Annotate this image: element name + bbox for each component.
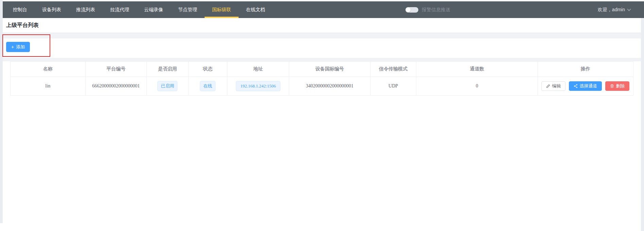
top-navbar: 控制台 设备列表 推流列表 拉流代理 云端录像 节点管理 国标级联 在线文档 报… [3,1,644,18]
nav-menu: 控制台 设备列表 推流列表 拉流代理 云端录像 节点管理 国标级联 在线文档 [3,1,273,18]
table-header-row: 名称 平台编号 是否启用 状态 地址 设备国标编号 信令传输模式 通道数 操作 [11,62,633,77]
col-header-platform-id: 平台编号 [85,62,147,77]
trash-icon [610,84,614,88]
select-channel-button[interactable]: 选择通道 [569,81,602,91]
nav-item-push-list[interactable]: 推流列表 [69,1,103,18]
cell-address: 192.168.1.242:1506 [227,77,289,96]
col-header-actions: 操作 [538,62,633,77]
toggle-knob [406,7,411,12]
add-button[interactable]: + 添加 [6,42,30,52]
address-tag[interactable]: 192.168.1.242:1506 [236,81,280,91]
nav-item-cloud-record[interactable]: 云端录像 [137,1,171,18]
cell-actions: 编辑 选择通道 [538,77,633,96]
welcome-user-label: 欢迎，admin [598,7,625,13]
user-menu[interactable]: 欢迎，admin [598,1,630,18]
platform-table: 名称 平台编号 是否启用 状态 地址 设备国标编号 信令传输模式 通道数 操作 … [10,61,633,96]
nav-item-gb-cascade[interactable]: 国标级联 [205,1,239,18]
alarm-push-group: 报警信息推送 [405,1,450,18]
cell-name: lin [11,77,86,96]
select-channel-button-label: 选择通道 [579,83,597,89]
page-title: 上级平台列表 [6,22,39,29]
edit-button-label: 编辑 [552,83,561,89]
nav-item-device-list[interactable]: 设备列表 [35,1,69,18]
title-bar: 上级平台列表 [3,18,641,33]
cell-status: 在线 [188,77,227,96]
pencil-icon [546,84,550,88]
add-button-label: 添加 [16,44,25,50]
row-actions: 编辑 选择通道 [538,81,633,91]
delete-button-label: 删除 [616,83,625,89]
col-header-enabled: 是否启用 [147,62,189,77]
cell-channel-count: 0 [416,77,538,96]
col-header-device-gb-id: 设备国标编号 [289,62,370,77]
nav-item-node-manage[interactable]: 节点管理 [171,1,205,18]
window-left-edge [0,0,3,223]
alarm-push-toggle[interactable] [405,7,418,13]
plus-icon: + [11,45,14,49]
cell-device-gb-id: 34020000002000000001 [289,77,370,96]
enabled-badge: 已启用 [157,81,177,91]
col-header-transport: 信令传输模式 [370,62,416,77]
delete-button[interactable]: 删除 [605,81,629,91]
col-header-channels: 通道数 [416,62,538,77]
toolbar: + 添加 [3,38,641,58]
share-icon [574,84,578,88]
table-row: lin 66620000002000000001 已启用 在线 192.168.… [11,77,633,96]
alarm-push-label: 报警信息推送 [422,7,450,13]
nav-item-pull-proxy[interactable]: 拉流代理 [103,1,137,18]
col-header-name: 名称 [11,62,86,77]
platform-table-card: 名称 平台编号 是否启用 状态 地址 设备国标编号 信令传输模式 通道数 操作 … [3,61,641,231]
nav-item-online-docs[interactable]: 在线文档 [239,1,273,18]
chevron-down-icon [627,7,631,11]
nav-item-console[interactable]: 控制台 [5,1,35,18]
cell-transport: UDP [370,77,416,96]
scrollbar-track[interactable] [641,18,644,231]
status-badge: 在线 [200,81,215,91]
edit-button[interactable]: 编辑 [541,81,565,91]
cell-enabled: 已启用 [147,77,189,96]
page-content: 上级平台列表 + 添加 名称 平台编号 是否启用 状态 地址 设备国标编号 [3,18,641,231]
col-header-status: 状态 [188,62,227,77]
col-header-address: 地址 [227,62,289,77]
cell-platform-id: 66620000002000000001 [85,77,147,96]
